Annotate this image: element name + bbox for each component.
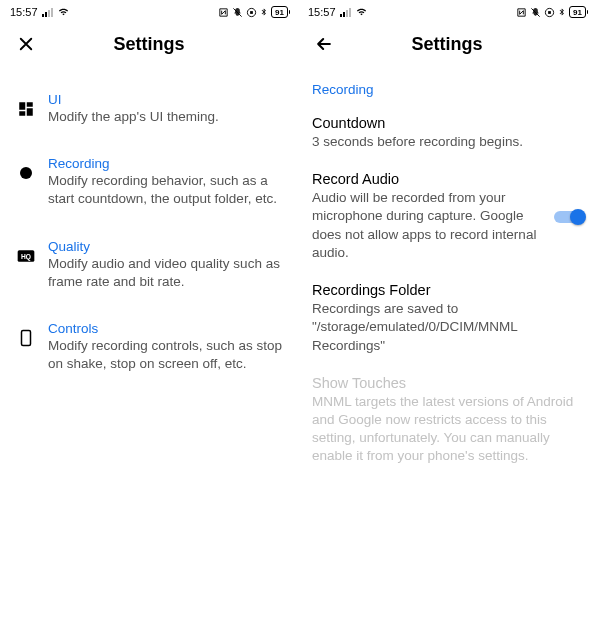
mute-icon (530, 7, 541, 18)
item-desc: Modify recording behavior, such as a sta… (48, 172, 284, 208)
item-title: Controls (48, 321, 284, 336)
setting-title: Recordings Folder (312, 282, 582, 298)
setting-countdown[interactable]: Countdown 3 seconds before recording beg… (312, 115, 582, 151)
nfc-icon (218, 7, 229, 18)
page-title: Settings (0, 34, 298, 55)
status-time: 15:57 (308, 6, 336, 18)
section-heading: Recording (312, 82, 582, 97)
setting-title: Record Audio (312, 171, 582, 187)
settings-item-quality[interactable]: HQ Quality Modify audio and video qualit… (14, 229, 284, 301)
wifi-icon (57, 7, 70, 17)
settings-list: UI Modify the app's UI theming. Recordin… (0, 64, 298, 644)
item-desc: Modify recording controls, such as stop … (48, 337, 284, 373)
svg-rect-6 (22, 331, 31, 346)
recording-settings-screen: 15:57 91 Settings Recording Countdown 3 … (298, 0, 596, 644)
svg-point-3 (20, 167, 32, 179)
bluetooth-icon (558, 6, 566, 18)
close-button[interactable] (14, 32, 38, 56)
close-icon (17, 35, 35, 53)
setting-record-audio[interactable]: Record Audio Audio will be recorded from… (312, 171, 582, 262)
setting-title: Countdown (312, 115, 582, 131)
battery-icon: 91 (271, 6, 288, 18)
signal-icon (340, 7, 351, 17)
setting-show-touches: Show Touches MNML targets the latest ver… (312, 375, 582, 466)
app-header: Settings (298, 24, 596, 64)
item-title: Quality (48, 239, 284, 254)
battery-icon: 91 (569, 6, 586, 18)
wifi-icon (355, 7, 368, 17)
dashboard-icon (14, 97, 38, 121)
rotation-icon (246, 7, 257, 18)
status-bar: 15:57 91 (0, 0, 298, 24)
mute-icon (232, 7, 243, 18)
setting-desc: Audio will be recorded from your microph… (312, 189, 582, 262)
back-arrow-icon (314, 34, 334, 54)
setting-recordings-folder[interactable]: Recordings Folder Recordings are saved t… (312, 282, 582, 355)
item-desc: Modify the app's UI theming. (48, 108, 284, 126)
setting-desc: MNML targets the latest versions of Andr… (312, 393, 582, 466)
settings-item-ui[interactable]: UI Modify the app's UI theming. (14, 82, 284, 136)
setting-desc: 3 seconds before recording begins. (312, 133, 582, 151)
settings-main-screen: 15:57 91 Settings UI Modify the app's UI… (0, 0, 298, 644)
hq-icon: HQ (14, 244, 38, 268)
record-audio-toggle[interactable] (554, 209, 584, 225)
rotation-icon (544, 7, 555, 18)
settings-item-recording[interactable]: Recording Modify recording behavior, suc… (14, 146, 284, 218)
status-time: 15:57 (10, 6, 38, 18)
svg-rect-9 (548, 11, 551, 14)
item-title: UI (48, 92, 284, 107)
phone-icon (14, 326, 38, 350)
recording-settings-list: Recording Countdown 3 seconds before rec… (298, 64, 596, 644)
setting-desc: Recordings are saved to "/storage/emulat… (312, 300, 582, 355)
item-desc: Modify audio and video quality such as f… (48, 255, 284, 291)
nfc-icon (516, 7, 527, 18)
settings-item-controls[interactable]: Controls Modify recording controls, such… (14, 311, 284, 383)
signal-icon (42, 7, 53, 17)
page-title: Settings (298, 34, 596, 55)
status-bar: 15:57 91 (298, 0, 596, 24)
setting-title: Show Touches (312, 375, 582, 391)
bluetooth-icon (260, 6, 268, 18)
record-icon (14, 161, 38, 185)
svg-rect-2 (250, 11, 253, 14)
back-button[interactable] (312, 32, 336, 56)
svg-text:HQ: HQ (21, 253, 31, 261)
app-header: Settings (0, 24, 298, 64)
item-title: Recording (48, 156, 284, 171)
